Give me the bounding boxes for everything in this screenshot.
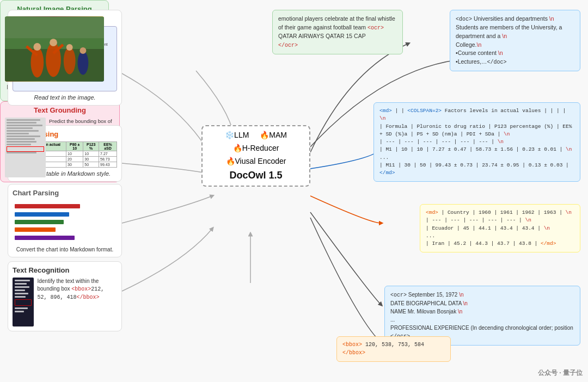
llm-label: LLM [234, 131, 249, 139]
trec-line-8 [15, 311, 24, 312]
text-rec-title: Text Recognition [13, 266, 117, 274]
text-grounding-title: Text Grounding [5, 106, 115, 114]
fire-icon-mam: 🔥 [260, 131, 269, 139]
doc-nl-1: \n [549, 15, 554, 22]
chart-nl-2: \n [525, 217, 531, 223]
doc-nl-2: \n [502, 33, 507, 39]
tg-image-container [5, 118, 46, 177]
tg-line-5 [7, 130, 39, 132]
table-nl-2: \n [504, 131, 510, 137]
trec-line-4 [15, 289, 25, 291]
tg-line-10 [7, 144, 31, 145]
bar-1 [15, 204, 80, 208]
table-nl-1: \n [379, 115, 385, 121]
doc-caption: Read text in the image. [13, 94, 117, 101]
output-chart-text: <md> | Country | 1960 | 1961 | 1962 | 19… [426, 209, 574, 248]
td-10b: 10 [83, 151, 99, 157]
fire-icon-hreducer: 🔥 [233, 144, 242, 152]
doc-nl-4: \n [498, 50, 503, 56]
output-doc-box: <doc> Universities and departments \n St… [450, 10, 580, 71]
chart-row-3 [15, 219, 115, 225]
chart-row-1 [15, 204, 115, 209]
bbox-close-tag: </bbox> [76, 294, 99, 300]
bar-4 [15, 227, 56, 232]
chart-parsing-title: Chart Parsing [13, 189, 117, 197]
model-hreducer-row: 🔥 H-Reducer [207, 144, 305, 152]
bar-2 [15, 212, 69, 217]
td-58: 58.73 [99, 157, 117, 162]
chart-md-close: </md> [541, 241, 556, 247]
td-99: 99.43 [99, 162, 117, 168]
text-rec-image [13, 278, 34, 326]
doc-tag-close: </doc> [487, 59, 506, 65]
chart-preview [13, 200, 117, 244]
output-bbox-text: <bbox> 120, 538, 753, 584 </bbox> [342, 341, 445, 357]
chart-row-4 [15, 227, 115, 232]
encoder-label: Viusal Encoder [235, 157, 286, 165]
td-20a: 20 [66, 157, 83, 162]
bbox-tag-close-out: </bbox> [342, 350, 365, 356]
chart-nl-3: \n [544, 225, 550, 231]
trec-line-1 [15, 280, 30, 281]
text-recognition-panel: Text Recognition Identify the text withi… [8, 261, 122, 331]
chart-bars [13, 200, 117, 244]
td-50: 50 [83, 162, 99, 168]
chart-row-2 [15, 212, 115, 217]
bbox-tag-open: <bbox> [342, 342, 362, 348]
soccer-scene-svg [5, 16, 104, 82]
bar-5 [15, 236, 75, 240]
separator [253, 131, 255, 139]
hreducer-label: H-Reducer [242, 144, 279, 152]
th-p123: P123 % [83, 142, 99, 151]
trec-line-2 [15, 283, 27, 285]
output-table-box: <md> | | <COLSPAN=2> Factors levels in a… [373, 102, 580, 182]
tg-line-8 [7, 138, 35, 140]
ocr-tag-tr: <ocr> [390, 292, 407, 298]
table-nl-3: \n [498, 139, 504, 145]
tr-nl-3: \n [458, 309, 462, 315]
svg-rect-2 [5, 17, 104, 39]
trec-line-3 [15, 286, 29, 288]
table-nl-4: \n [566, 146, 572, 152]
tg-lines [5, 118, 46, 156]
snowflake-icon: ❄️ [225, 131, 234, 139]
th-ee: EE%±SD [99, 142, 117, 151]
tg-line-9 [7, 141, 36, 143]
natural-image [5, 16, 104, 82]
tr-nl-2: \n [463, 300, 468, 306]
chart-md-open: <md> [426, 210, 438, 215]
td-10a: 10 [66, 151, 83, 157]
model-llm-row: ❄️ LLM 🔥 MAM [207, 131, 305, 139]
tg-line-11 [7, 152, 36, 153]
svg-point-6 [78, 51, 89, 75]
tg-line-6 [7, 133, 29, 134]
trec-line-7 [15, 307, 28, 309]
chart-nl-1: \n [566, 210, 572, 215]
td-7: 7.27 [99, 151, 117, 157]
svg-point-5 [64, 47, 76, 74]
chart-parsing-panel: Chart Parsing Convert the c [8, 184, 122, 257]
text-rec-caption: Identify the text within the bounding bo… [37, 278, 117, 301]
output-table-text: <md> | | <COLSPAN=2> Factors levels in a… [379, 107, 574, 177]
watermark: 公众号 · 量子位 [538, 368, 583, 378]
bar-3 [15, 220, 64, 224]
chart-caption: Convert the chart into Markdown format. [13, 247, 117, 252]
colspan-tag: <COLSPAN=2> [407, 108, 442, 114]
tg-line-1 [7, 119, 40, 121]
th-p80: P80 ± 10 [66, 142, 83, 151]
output-bbox-box: <bbox> 120, 538, 753, 584 </bbox> [336, 336, 451, 362]
text-rec-content: Identify the text within the bounding bo… [13, 278, 117, 326]
trec-bbox-box [15, 299, 32, 306]
output-chart-box: <md> | Country | 1960 | 1961 | 1962 | 19… [420, 204, 580, 252]
tg-line-7 [7, 135, 40, 137]
md-tag-open: <md> [379, 108, 392, 114]
td-30a: 30 [66, 162, 83, 168]
ocr-close-natural: </ocr> [278, 42, 298, 48]
model-title: DocOwl 1.5 [207, 170, 305, 181]
doc-tag-open: <doc> [456, 16, 472, 22]
chart-row-5 [15, 235, 115, 241]
tg-red-highlight [7, 146, 44, 152]
ocr-tag-natural: <ocr> [367, 25, 384, 31]
svg-point-7 [33, 43, 41, 51]
td-30: 30 [83, 157, 99, 162]
